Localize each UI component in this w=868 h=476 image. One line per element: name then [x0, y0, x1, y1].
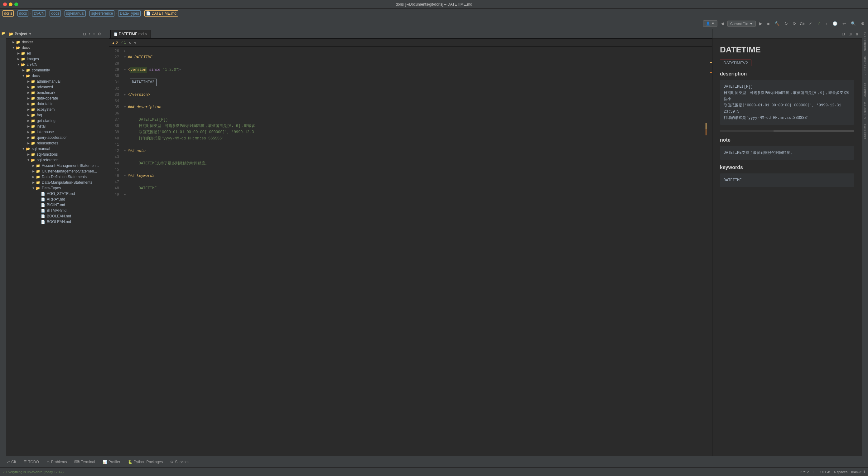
tree-item-sql-functions[interactable]: ▶ 📁 sql-functions [6, 152, 109, 157]
tab-close-btn[interactable]: ✕ [145, 32, 148, 36]
preview-layout-btn1[interactable]: ⊟ [841, 31, 846, 37]
tree-item-docs[interactable]: ▼ 📂 docs [6, 45, 109, 51]
tree-item-boolean[interactable]: 📄 BOOLEAN.md [6, 213, 109, 219]
nav-down-btn[interactable]: ∨ [134, 40, 136, 45]
minimize-panel-btn[interactable]: − [103, 31, 106, 37]
expand-btn[interactable]: ↕ [88, 31, 91, 37]
tree-item-images[interactable]: ▶ 📁 images [6, 56, 109, 62]
notifications-panel-label[interactable]: Notifications [862, 29, 868, 54]
line-ending[interactable]: LF [812, 470, 816, 474]
breadcrumb-sql-reference[interactable]: sql-reference [90, 10, 115, 17]
tree-item-docs-inner[interactable]: ▼ 📂 docs [6, 73, 109, 79]
profiler-toolbar-btn[interactable]: 📊 Profiler [99, 458, 123, 466]
tree-item-zh-cn[interactable]: ▼ 📂 zh-CN [6, 62, 109, 67]
tree-item-sql-reference[interactable]: ▼ 📂 sql-reference [6, 157, 109, 163]
preview-layout-btn2[interactable]: ⊞ [847, 31, 853, 37]
update-btn[interactable]: ↻ [783, 20, 789, 27]
build-btn[interactable]: 🔨 [773, 20, 781, 27]
python-packages-toolbar-btn[interactable]: 🐍 Python Packages [125, 458, 166, 466]
tree-item-en[interactable]: ▶ 📁 en [6, 51, 109, 56]
breadcrumb-sql-manual[interactable]: sql-manual [65, 10, 86, 17]
tree-item-sql-manual[interactable]: ▼ 📂 sql-manual [6, 146, 109, 152]
tree-item-data-operate[interactable]: ▶ 📁 data-operate [6, 95, 109, 101]
tree-item-agg-state[interactable]: 📄 AGG_STATE.md [6, 191, 109, 197]
git-review-panel-label[interactable]: Git Review [862, 99, 868, 121]
tree-item-char[interactable]: 📄 BOOLEAN.md [6, 219, 109, 225]
tree-item-lakehouse[interactable]: ▶ 📁 lakehouse [6, 129, 109, 135]
project-icon[interactable]: 📁 [1, 31, 6, 35]
git-push-btn[interactable]: ↑ [824, 20, 829, 27]
branch-name[interactable]: master ⬆ [851, 470, 866, 474]
nav-up-btn[interactable]: ∧ [128, 40, 131, 45]
tree-item-data-table[interactable]: ▶ 📁 data-table [6, 101, 109, 107]
tree-item-benchmark[interactable]: ▶ 📁 benchmark [6, 90, 109, 95]
terminal-toolbar-btn[interactable]: ⌨ Terminal [71, 458, 98, 466]
git-check-btn[interactable]: ✓ [807, 20, 814, 27]
settings-btn[interactable]: ⚙ [859, 20, 866, 27]
check-badge[interactable]: ✓ 1 [120, 40, 126, 44]
profile-dropdown[interactable]: 👤 ▼ [703, 20, 717, 27]
breadcrumb-data-types[interactable]: Data-Types [118, 10, 140, 17]
warning-badge[interactable]: ▲ 2 [112, 41, 118, 44]
tree-item-bitmap[interactable]: 📄 BITMAP.md [6, 208, 109, 213]
code-editor[interactable]: ▶ ▼ ## DATETIME ▼ <version since="1.2.0"… [122, 47, 709, 456]
window-controls[interactable] [3, 2, 18, 6]
stop-btn[interactable]: ■ [766, 20, 771, 27]
refresh-btn[interactable]: ⟳ [791, 20, 798, 27]
breadcrumb-doris[interactable]: doris [2, 10, 14, 17]
current-file-dropdown[interactable]: Current File ▼ [727, 21, 755, 27]
tree-item-admin-manual[interactable]: ▶ 📁 admin-manual [6, 79, 109, 84]
tree-item-get-starting[interactable]: ▶ 📁 get-starting [6, 118, 109, 123]
problems-toolbar-btn[interactable]: ⚠ Problems [43, 458, 70, 466]
settings-panel-btn[interactable]: ⚙ [97, 31, 102, 37]
tree-item-community[interactable]: ▶ 📁 community [6, 67, 109, 73]
tree-item-data-types[interactable]: ▼ 📂 Data-Types [6, 185, 109, 191]
fold-arrow-35[interactable]: ▼ [124, 104, 126, 111]
services-toolbar-btn[interactable]: ⚙ Services [167, 458, 192, 466]
tree-item-cluster-mgmt[interactable]: ▶ 📁 Cluster-Management-Statemen... [6, 169, 109, 174]
git-toolbar-btn[interactable]: ⎇ Git [2, 458, 19, 466]
git-tick-btn[interactable]: ✓ [816, 20, 822, 27]
back-btn[interactable]: ◀ [719, 20, 725, 27]
filter-btn[interactable]: ≡ [92, 31, 96, 37]
run-btn[interactable]: ▶ [757, 20, 764, 27]
breadcrumb-docs[interactable]: docs [18, 10, 28, 17]
search-btn[interactable]: 🔍 [849, 20, 858, 27]
git-history-btn[interactable]: 🕐 [831, 20, 839, 27]
fold-arrow-27[interactable]: ▼ [124, 54, 126, 61]
tree-item-data-manipulation[interactable]: ▶ 📁 Data-Manipulation-Statements [6, 180, 109, 185]
tree-item-bigint[interactable]: 📄 BIGINT.md [6, 202, 109, 208]
breadcrumb-zh-cn[interactable]: zh-CN [32, 10, 46, 17]
tree-item-releasenotes[interactable]: ▶ 📁 releasenotes [6, 140, 109, 146]
fold-arrow-49[interactable]: ▶ [124, 191, 126, 198]
tree-item-ecosystem[interactable]: ▶ 📁 ecosystem [6, 107, 109, 112]
fold-arrow-33[interactable]: ▶ [124, 92, 126, 98]
fold-arrow-26[interactable]: ▶ [124, 48, 126, 54]
tree-item-array[interactable]: 📄 ARRAY.md [6, 197, 109, 202]
git-revert-btn[interactable]: ↩ [841, 20, 847, 27]
breadcrumb-datetime[interactable]: 📄 DATETIME.md [144, 10, 178, 17]
preview-layout-btn3[interactable]: ⊠ [854, 31, 860, 37]
tab-more-btn[interactable]: ⋯ [703, 31, 711, 37]
maximize-button[interactable] [14, 2, 18, 6]
encoding[interactable]: UTF-8 [820, 470, 830, 474]
tree-item-docker[interactable]: ▶ 📁 docker [6, 39, 109, 45]
chevron-down-icon[interactable]: ▼ [29, 32, 32, 35]
tree-item-install[interactable]: ▶ 📁 install [6, 123, 109, 129]
todo-toolbar-btn[interactable]: ☰ TODO [20, 458, 42, 466]
tree-item-query-acceleration[interactable]: ▶ 📁 query-acceleration [6, 135, 109, 140]
breadcrumb-docs2[interactable]: docs [50, 10, 61, 17]
fold-arrow-46[interactable]: ▼ [124, 173, 126, 179]
tree-item-faq[interactable]: ▶ 📁 faq [6, 112, 109, 118]
fold-arrow-42[interactable]: ▼ [124, 148, 126, 154]
tree-item-data-definition[interactable]: ▶ 📁 Data-Definition-Statements [6, 174, 109, 180]
collapse-all-btn[interactable]: ⊟ [82, 31, 87, 37]
pull-requests-panel-label[interactable]: Pull Requests [862, 54, 868, 80]
endpoints-panel-label[interactable]: Endpoints [862, 121, 868, 142]
tree-item-advanced[interactable]: ▶ 📁 advanced [6, 84, 109, 90]
tree-item-account-mgmt[interactable]: ▶ 📁 Account-Management-Statemen... [6, 163, 109, 169]
tab-datetime[interactable]: 📄 DATETIME.md ✕ [111, 30, 151, 38]
fold-arrow-29[interactable]: ▼ [124, 67, 126, 73]
database-panel-label[interactable]: Database [862, 80, 868, 100]
minimize-button[interactable] [9, 2, 12, 6]
